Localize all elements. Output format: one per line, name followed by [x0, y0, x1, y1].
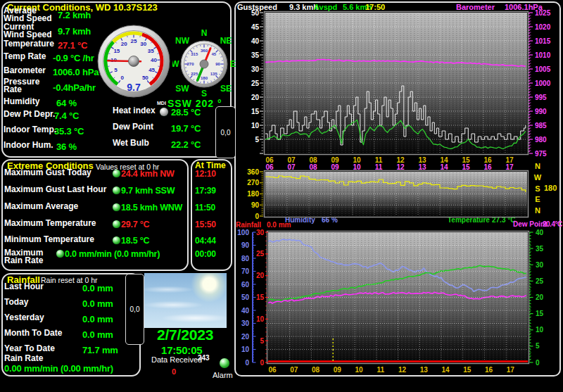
current-row-label: Indoor Temp. — [4, 126, 56, 134]
svg-text:N: N — [201, 28, 208, 38]
mini-graph-value: 0,0 — [221, 129, 231, 137]
svg-text:315: 315 — [191, 52, 198, 56]
current-row-label: Average Wind Speed — [4, 7, 52, 23]
weather-charts[interactable]: 5101520253035404550975980985990995100010… — [236, 2, 559, 375]
heat-index-led — [160, 108, 168, 116]
current-right-row-value: 28.5 °C — [171, 107, 201, 118]
svg-text:0: 0 — [120, 75, 124, 81]
svg-text:15: 15 — [463, 366, 472, 374]
svg-text:1005: 1005 — [535, 65, 551, 73]
svg-text:17: 17 — [507, 366, 515, 374]
svg-text:0: 0 — [536, 359, 540, 367]
svg-text:20: 20 — [536, 293, 544, 301]
svg-text:25: 25 — [256, 250, 265, 258]
mini-graph-box-rain[interactable]: 0,0 — [125, 274, 144, 345]
svg-text:07: 07 — [287, 163, 296, 171]
rainfall-row-value: 0.0 mm — [82, 298, 113, 309]
extreme-row-value: 9.7 kmh SSW — [121, 186, 175, 196]
svg-text:15: 15 — [251, 108, 260, 115]
current-row-label: Current Wind Speed — [4, 23, 52, 39]
extreme-row-value: 24.4 kmh NW — [121, 169, 175, 179]
svg-text:09: 09 — [331, 163, 339, 171]
alarm-led[interactable] — [220, 358, 229, 368]
weather-display-app: Current Conditions, WD 10.37S123 Extreme… — [0, 0, 563, 392]
svg-text:15: 15 — [536, 310, 544, 317]
extreme-row-value: 18.5 °C — [121, 236, 149, 246]
current-right-row-label: Dew Point — [113, 123, 153, 131]
current-row-label: Dew Pt Depr. — [4, 110, 55, 118]
svg-text:135: 135 — [210, 72, 218, 76]
svg-text:70: 70 — [241, 267, 250, 275]
svg-text:0: 0 — [260, 359, 264, 367]
direction-axis-label: N — [533, 206, 542, 215]
svg-text:SE: SE — [220, 84, 232, 94]
svg-text:15: 15 — [113, 48, 120, 54]
svg-text:16: 16 — [485, 366, 493, 374]
rainfall-row-value: 0.0 mm — [82, 314, 113, 324]
svg-text:975: 975 — [535, 150, 547, 158]
svg-text:30: 30 — [251, 65, 260, 73]
svg-text:270: 270 — [186, 62, 194, 66]
svg-text:06: 06 — [265, 163, 274, 171]
extreme-row-led — [56, 250, 64, 258]
extreme-row-led — [113, 236, 120, 244]
time-readout: 17:50:05 — [161, 344, 202, 356]
current-right-row-value: 19.7 °C — [171, 123, 201, 134]
svg-text:360: 360 — [201, 49, 208, 53]
svg-text:45: 45 — [211, 52, 216, 56]
mini-graph-box-wind[interactable]: 0,0 — [215, 106, 236, 158]
error-count: 0 — [172, 367, 176, 376]
svg-text:30: 30 — [241, 320, 250, 327]
extreme-row-label: Maximum Rain Rate — [4, 249, 43, 265]
rain-rate-label: Rain Rate — [4, 355, 43, 362]
svg-text:995: 995 — [535, 94, 547, 101]
at-time-value: 11:50 — [195, 203, 215, 213]
svg-text:NW: NW — [175, 36, 190, 46]
current-row-label: Temp Rate — [4, 53, 46, 61]
rainfall-row-label: Year To Date — [4, 345, 55, 353]
svg-text:0: 0 — [255, 213, 259, 220]
svg-text:20: 20 — [251, 94, 260, 101]
svg-text:50: 50 — [251, 9, 260, 17]
svg-text:11: 11 — [377, 366, 384, 374]
current-row-value: -0.4hPa/hr — [53, 82, 96, 93]
current-row-value: 9.7 kmh — [58, 26, 91, 37]
svg-text:10: 10 — [256, 315, 265, 323]
svg-text:5: 5 — [536, 342, 540, 350]
svg-text:14: 14 — [441, 366, 450, 374]
svg-text:40: 40 — [536, 229, 544, 236]
svg-text:225: 225 — [191, 72, 198, 76]
wind-direction-compass[interactable]: 3604590135180225270315NNEESESSWWNW — [172, 28, 236, 97]
current-row-value: -0.9 °C /hr — [53, 53, 94, 63]
extreme-row-label: Maximum Temperature — [4, 220, 96, 227]
svg-text:90: 90 — [241, 241, 250, 249]
sky-image — [144, 273, 227, 328]
current-row-label: Indoor Hum. — [4, 141, 53, 149]
svg-text:10: 10 — [251, 122, 260, 129]
svg-text:10: 10 — [536, 326, 544, 334]
svg-text:985: 985 — [535, 122, 547, 129]
current-row-label: Humidity — [4, 98, 39, 106]
svg-text:1010: 1010 — [535, 51, 551, 59]
wind-speed-gauge[interactable]: 051015202530354045509.7 — [96, 24, 171, 99]
svg-text:12: 12 — [398, 366, 407, 374]
current-row-value: 7.2 kmh — [58, 10, 91, 20]
at-time-value: 04:44 — [195, 236, 216, 246]
svg-text:9.7: 9.7 — [127, 82, 141, 93]
extreme-row-led — [113, 220, 120, 228]
svg-text:13: 13 — [420, 366, 429, 374]
data-received-label: Data Received — [151, 355, 202, 364]
svg-text:07: 07 — [290, 366, 298, 374]
svg-text:80: 80 — [241, 255, 250, 263]
svg-text:E: E — [230, 59, 236, 69]
svg-text:12: 12 — [396, 163, 405, 171]
extreme-row-label: Maximum Gust Last Hour — [4, 186, 106, 194]
extreme-row-value: 29.7 °C — [121, 220, 149, 229]
svg-text:5: 5 — [255, 136, 259, 144]
rainfall-row-value: 0.0 mm — [82, 329, 113, 340]
svg-text:30: 30 — [256, 229, 265, 236]
extreme-row-label: Minimum Temperature — [4, 236, 94, 244]
svg-text:1015: 1015 — [535, 37, 551, 45]
svg-text:16: 16 — [483, 163, 492, 171]
svg-text:180: 180 — [247, 190, 259, 198]
